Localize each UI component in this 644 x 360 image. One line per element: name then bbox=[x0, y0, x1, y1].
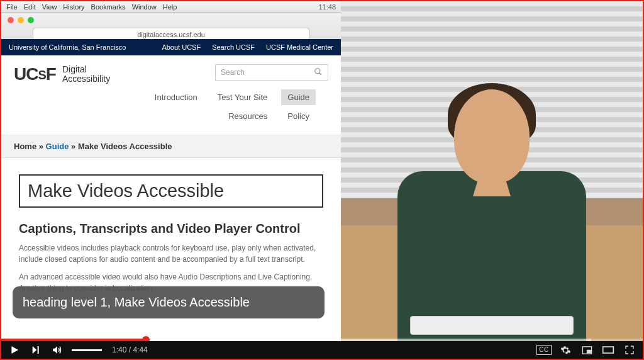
miniplayer-button[interactable] bbox=[580, 343, 594, 357]
nav-policy[interactable]: Policy bbox=[281, 109, 316, 123]
svg-rect-8 bbox=[603, 347, 614, 353]
theater-button[interactable] bbox=[601, 343, 615, 357]
svg-rect-7 bbox=[587, 350, 591, 352]
svg-rect-4 bbox=[38, 346, 39, 354]
breadcrumb-guide[interactable]: Guide bbox=[46, 142, 69, 151]
search-input[interactable]: Search bbox=[215, 64, 328, 81]
svg-line-1 bbox=[319, 72, 321, 74]
svg-marker-2 bbox=[11, 346, 18, 354]
close-icon[interactable] bbox=[8, 17, 14, 23]
volume-slider[interactable] bbox=[72, 349, 102, 351]
nav-test-your-site[interactable]: Test Your Site bbox=[211, 89, 274, 105]
mac-menu-item[interactable]: Help bbox=[163, 3, 177, 11]
search-placeholder: Search bbox=[221, 68, 245, 77]
svg-marker-3 bbox=[33, 346, 37, 354]
keyboard bbox=[410, 316, 574, 335]
mac-menu-item[interactable]: Edit bbox=[24, 3, 36, 11]
breadcrumb-current: Make Videos Accessible bbox=[78, 142, 172, 151]
nav-resources[interactable]: Resources bbox=[222, 109, 274, 123]
cc-button[interactable]: CC bbox=[537, 343, 551, 357]
fullscreen-button[interactable] bbox=[623, 343, 636, 357]
address-bar[interactable]: digitalaccess.ucsf.edu bbox=[33, 28, 309, 40]
site-tag-2: Accessibility bbox=[62, 74, 110, 84]
play-button[interactable] bbox=[8, 343, 21, 357]
breadcrumb: Home » Guide » Make Videos Accessible bbox=[1, 135, 341, 158]
mac-menu-item[interactable]: File bbox=[6, 3, 18, 11]
settings-button[interactable] bbox=[558, 343, 572, 357]
secondary-nav: Resources Policy bbox=[14, 109, 328, 130]
search-icon[interactable] bbox=[314, 67, 323, 78]
mac-menu-item[interactable]: View bbox=[42, 3, 57, 11]
section-heading: Captions, Transcripts and Video Player C… bbox=[19, 222, 323, 236]
mac-menu-item[interactable]: Window bbox=[132, 3, 157, 11]
zoom-icon[interactable] bbox=[28, 17, 34, 23]
screenreader-caption: heading level 1, Make Videos Accessible bbox=[13, 286, 325, 318]
ucsf-top-bar: University of California, San Francisco … bbox=[1, 39, 341, 55]
h1-focus-outline: Make Videos Accessible bbox=[19, 174, 323, 208]
video-controls: 1:40 / 4:44 CC bbox=[1, 341, 643, 359]
nav-guide[interactable]: Guide bbox=[281, 89, 316, 105]
breadcrumb-home[interactable]: Home bbox=[14, 142, 36, 151]
nav-introduction[interactable]: Introduction bbox=[148, 89, 204, 105]
volume-button[interactable] bbox=[50, 343, 64, 357]
site-tag-1: Digital bbox=[62, 65, 110, 74]
mac-menu-bar: File Edit View History Bookmarks Window … bbox=[1, 1, 341, 13]
presenter-scene bbox=[341, 1, 643, 341]
minimize-icon[interactable] bbox=[18, 17, 24, 23]
top-link[interactable]: Search UCSF bbox=[212, 43, 255, 51]
top-link[interactable]: UCSF Medical Center bbox=[266, 43, 333, 51]
body-paragraph: Accessible videos includes playback cont… bbox=[19, 242, 323, 265]
svg-marker-5 bbox=[53, 346, 57, 354]
mac-clock: 11:48 bbox=[318, 3, 336, 11]
time-display: 1:40 / 4:44 bbox=[112, 346, 148, 354]
window-controls bbox=[1, 13, 341, 28]
mac-menu-item[interactable]: History bbox=[63, 3, 84, 11]
top-link[interactable]: About UCSF bbox=[162, 43, 201, 51]
svg-point-0 bbox=[315, 68, 320, 73]
org-name: University of California, San Francisco bbox=[9, 43, 126, 51]
page-title: Make Videos Accessible bbox=[28, 181, 314, 201]
presenter bbox=[379, 64, 605, 341]
primary-nav: Introduction Test Your Site Guide bbox=[14, 84, 328, 109]
mac-menu-item[interactable]: Bookmarks bbox=[91, 3, 126, 11]
next-button[interactable] bbox=[29, 343, 43, 357]
